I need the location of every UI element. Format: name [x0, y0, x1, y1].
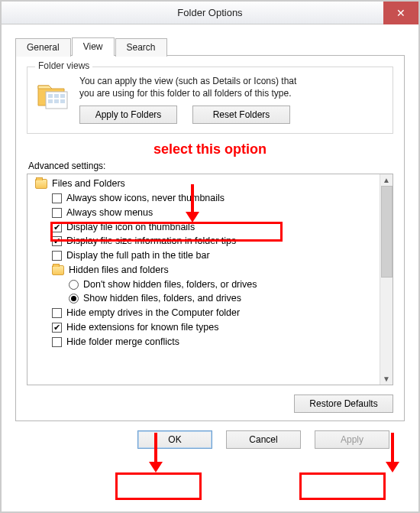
tab-strip: General View Search — [15, 37, 405, 55]
tab-search[interactable]: Search — [115, 38, 167, 57]
window-title: Folder Options — [177, 7, 242, 18]
tree-root: Files and Folders — [29, 177, 378, 191]
scroll-thumb[interactable] — [381, 186, 393, 278]
restore-defaults-button[interactable]: Restore Defaults — [294, 394, 393, 413]
annotation-box-ok — [115, 472, 202, 500]
checkbox-icon[interactable]: ✔ — [52, 323, 62, 333]
svg-marker-12 — [386, 462, 399, 472]
radio-icon[interactable] — [69, 280, 79, 290]
tab-pane-view: Folder views You can apply the view (suc… — [15, 55, 405, 421]
annotation-box-apply — [299, 472, 386, 500]
cancel-button[interactable]: Cancel — [226, 430, 301, 449]
folder-icon — [35, 179, 47, 189]
svg-rect-5 — [54, 99, 59, 103]
checkbox-icon[interactable] — [52, 337, 62, 347]
checkbox-icon[interactable] — [52, 208, 62, 218]
tree-radio-dont-show-hidden[interactable]: Don't show hidden files, folders, or dri… — [29, 278, 378, 292]
close-button[interactable]: ✕ — [383, 2, 418, 24]
titlebar: Folder Options ✕ — [2, 2, 418, 24]
close-icon: ✕ — [396, 7, 405, 19]
folder-views-desc: You can apply the view (such as Details … — [79, 75, 385, 99]
tree-radio-show-hidden[interactable]: Show hidden files, folders, and drives — [29, 291, 378, 306]
folder-views-group: Folder views You can apply the view (suc… — [27, 67, 393, 134]
tree-item-display-full-path[interactable]: Display the full path in the title bar — [29, 248, 378, 263]
apply-to-folders-button[interactable]: Apply to Folders — [79, 106, 177, 124]
reset-folders-button[interactable]: Reset Folders — [192, 106, 290, 124]
tab-general[interactable]: General — [15, 38, 71, 57]
svg-rect-6 — [60, 99, 65, 103]
folder-icon — [52, 265, 64, 275]
tree-item-display-file-size[interactable]: ✔ Display file size information in folde… — [29, 234, 378, 248]
checkbox-icon[interactable]: ✔ — [52, 222, 62, 232]
checkbox-icon[interactable] — [52, 251, 62, 261]
content: General View Search Folder views — [2, 24, 418, 458]
scroll-up-icon[interactable]: ▲ — [383, 176, 390, 184]
scrollbar[interactable]: ▲ ▼ — [380, 174, 393, 385]
advanced-settings-label: Advanced settings: — [28, 161, 393, 171]
tree-item-always-show-menus[interactable]: Always show menus — [29, 206, 378, 220]
checkbox-icon[interactable] — [52, 308, 62, 318]
ok-button[interactable]: OK — [137, 430, 212, 449]
tree-item-display-file-icon[interactable]: ✔ Display file icon on thumbnails — [29, 220, 378, 235]
svg-marker-10 — [149, 462, 163, 472]
tree-item-always-show-icons[interactable]: Always show icons, never thumbnails — [29, 191, 378, 206]
radio-icon[interactable] — [69, 294, 79, 304]
svg-rect-3 — [60, 94, 65, 98]
tab-view[interactable]: View — [72, 37, 115, 56]
svg-rect-4 — [48, 99, 53, 103]
folder-views-icon — [35, 75, 72, 112]
tree-item-hide-empty-drives[interactable]: Hide empty drives in the Computer folder — [29, 306, 378, 320]
checkbox-icon[interactable] — [52, 193, 62, 203]
tree-item-hide-extensions[interactable]: ✔ Hide extensions for known file types — [29, 320, 378, 335]
scroll-down-icon[interactable]: ▼ — [383, 375, 390, 383]
checkbox-icon[interactable]: ✔ — [52, 236, 62, 246]
annotation-text: select this option — [27, 141, 393, 157]
tree-group-hidden-files: Hidden files and folders — [29, 263, 378, 278]
tree-item-hide-merge-conflicts[interactable]: Hide folder merge conflicts — [29, 335, 378, 349]
svg-rect-1 — [48, 94, 53, 98]
svg-rect-2 — [54, 94, 59, 98]
advanced-settings-tree: Files and Folders Always show icons, nev… — [27, 174, 393, 385]
dialog-buttons: OK Cancel Apply — [15, 430, 389, 449]
folder-views-label: Folder views — [35, 60, 92, 71]
apply-button[interactable]: Apply — [315, 430, 389, 449]
tree-view[interactable]: Files and Folders Always show icons, nev… — [27, 174, 380, 385]
